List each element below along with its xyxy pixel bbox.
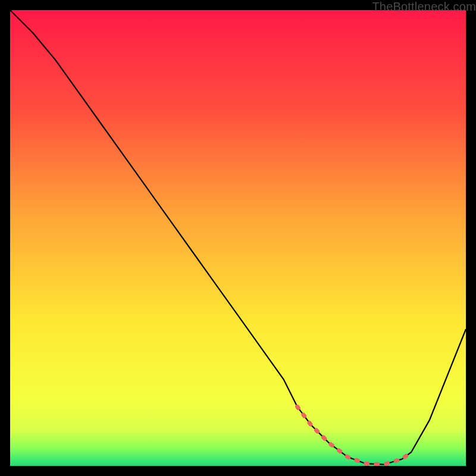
chart-frame xyxy=(10,10,466,466)
watermark-text: TheBottleneck.com xyxy=(372,0,476,14)
gradient-background xyxy=(10,10,466,466)
chart-canvas xyxy=(10,10,466,466)
